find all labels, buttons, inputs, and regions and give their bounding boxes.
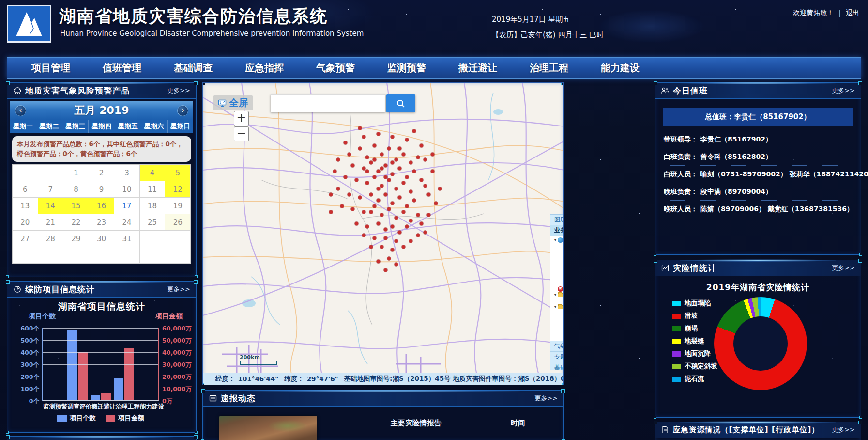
disaster-point-marker[interactable] xyxy=(398,147,401,150)
layer-tree-item-能力建设[interactable]: 能能力建设 xyxy=(550,335,564,341)
calendar-day-cell[interactable]: 2 xyxy=(89,165,115,181)
calendar-day-cell[interactable]: 13 xyxy=(13,198,38,214)
disaster-point-marker[interactable] xyxy=(358,147,362,150)
disaster-point-marker[interactable] xyxy=(373,158,376,161)
calendar-day-cell[interactable]: 21 xyxy=(38,214,64,231)
disaster-point-marker[interactable] xyxy=(420,178,423,182)
disaster-point-marker[interactable] xyxy=(420,144,423,147)
disaster-point-marker[interactable] xyxy=(427,193,430,196)
disaster-point-marker[interactable] xyxy=(369,210,373,214)
layer-tree-item-搬迁避让[interactable]: 搬搬迁避让 xyxy=(550,322,564,329)
disaster-point-marker[interactable] xyxy=(384,193,387,196)
calendar-day-cell[interactable]: 19 xyxy=(165,198,191,214)
disaster-point-marker[interactable] xyxy=(420,222,423,225)
zoom-in-button[interactable]: + xyxy=(234,111,249,126)
disaster-point-marker[interactable] xyxy=(398,167,401,170)
disaster-point-marker[interactable] xyxy=(409,219,412,222)
calendar-day-cell[interactable]: 24 xyxy=(114,214,140,231)
disaster-point-marker[interactable] xyxy=(380,153,383,156)
disaster-point-marker[interactable] xyxy=(402,153,405,156)
nav-item-1[interactable]: 项目管理 xyxy=(27,62,75,75)
map-search-input[interactable] xyxy=(271,94,385,112)
disaster-point-marker[interactable] xyxy=(391,173,394,176)
layer-section-气象产品[interactable]: 气象产品 xyxy=(550,341,564,352)
disaster-point-marker[interactable] xyxy=(412,170,416,173)
disaster-point-marker[interactable] xyxy=(384,175,387,179)
disaster-point-marker[interactable] xyxy=(431,153,434,156)
disaster-point-marker[interactable] xyxy=(391,248,394,251)
disaster-point-marker[interactable] xyxy=(333,170,336,173)
disaster-point-marker[interactable] xyxy=(409,161,412,164)
calendar-day-cell[interactable]: 22 xyxy=(63,214,89,231)
disaster-point-marker[interactable] xyxy=(362,210,365,214)
disaster-point-marker[interactable] xyxy=(438,187,442,190)
disaster-point-marker[interactable] xyxy=(351,207,354,211)
disaster-point-marker[interactable] xyxy=(384,228,387,231)
disaster-point-marker[interactable] xyxy=(329,210,333,214)
layer-tree-item-监测预警[interactable]: 监监测预警 xyxy=(550,329,564,335)
disaster-point-marker[interactable] xyxy=(412,199,416,202)
disaster-point-marker[interactable] xyxy=(380,245,383,249)
disaster-point-marker[interactable] xyxy=(351,164,354,167)
disaster-point-marker[interactable] xyxy=(395,239,398,243)
disaster-point-marker[interactable] xyxy=(416,156,420,159)
layer-tree-item-滑坡[interactable]: ∪✓滑坡 xyxy=(550,243,564,250)
disaster-point-marker[interactable] xyxy=(348,193,351,196)
disaster-point-marker[interactable] xyxy=(377,199,380,202)
layer-tree-item-不稳定斜坡[interactable]: ⊂✓不稳定斜坡 xyxy=(550,261,564,267)
project-stats-more-link[interactable]: 更多>> xyxy=(167,285,190,294)
calendar-day-cell[interactable]: 12 xyxy=(165,181,191,198)
disaster-point-marker[interactable] xyxy=(424,158,427,161)
disaster-point-marker[interactable] xyxy=(409,239,412,243)
disaster-point-marker[interactable] xyxy=(329,193,333,196)
duty-roster-more-link[interactable]: 更多>> xyxy=(832,86,855,95)
disaster-point-marker[interactable] xyxy=(344,175,347,179)
layer-section-基础地理[interactable]: 基础地理 xyxy=(550,362,564,370)
calendar-day-cell[interactable]: 11 xyxy=(140,181,166,198)
calendar-day-cell[interactable]: 9 xyxy=(89,181,115,198)
layer-tree-item-地灾调查点[interactable]: ▾✓地灾调查点 xyxy=(550,237,564,243)
calendar-day-cell[interactable]: 27 xyxy=(13,231,38,247)
calendar-day-cell[interactable]: 30 xyxy=(89,231,115,247)
disaster-point-marker[interactable] xyxy=(362,167,365,170)
disaster-point-marker[interactable] xyxy=(424,184,427,188)
disaster-point-marker[interactable] xyxy=(416,234,420,237)
disaster-point-marker[interactable] xyxy=(398,231,401,234)
disaster-point-marker[interactable] xyxy=(358,196,362,199)
disaster-point-marker[interactable] xyxy=(387,207,391,211)
calendar-day-cell[interactable]: 1 xyxy=(63,165,89,181)
calendar-day-cell[interactable]: 20 xyxy=(13,214,38,231)
logout-link[interactable]: 退出 xyxy=(846,9,859,17)
layer-tree-item-调查评价[interactable]: 调调查评价 xyxy=(550,310,564,316)
disaster-point-marker[interactable] xyxy=(402,210,405,214)
calendar-day-cell[interactable]: 4 xyxy=(140,165,166,181)
disaster-stats-more-link[interactable]: 更多>> xyxy=(832,264,855,272)
layer-tree-item-治理工程[interactable]: 工治理工程 xyxy=(550,316,564,323)
nav-item-6[interactable]: 监测预警 xyxy=(382,62,431,75)
layer-section-专题地图[interactable]: 专题地图 xyxy=(550,352,564,362)
disaster-point-marker[interactable] xyxy=(387,257,391,260)
calendar-next-button[interactable]: › xyxy=(177,105,188,116)
disaster-point-marker[interactable] xyxy=(398,196,401,199)
nav-item-9[interactable]: 能力建设 xyxy=(596,62,644,75)
disaster-point-marker[interactable] xyxy=(434,202,438,205)
disaster-point-marker[interactable] xyxy=(373,236,376,240)
disaster-point-marker[interactable] xyxy=(387,147,391,150)
disaster-point-marker[interactable] xyxy=(405,175,409,179)
disaster-point-marker[interactable] xyxy=(384,268,387,272)
calendar-day-cell[interactable]: 5 xyxy=(165,165,191,181)
disaster-point-marker[interactable] xyxy=(377,187,380,190)
calendar-day-cell[interactable]: 31 xyxy=(114,231,140,247)
disaster-point-marker[interactable] xyxy=(355,222,358,225)
layer-tree-item-地面沉降[interactable]: ↓✓地面沉降 xyxy=(550,280,564,286)
disaster-point-marker[interactable] xyxy=(402,181,405,185)
disaster-point-marker[interactable] xyxy=(377,222,380,225)
disaster-point-marker[interactable] xyxy=(391,202,394,205)
disaster-point-marker[interactable] xyxy=(387,178,391,182)
nav-item-7[interactable]: 搬迁避让 xyxy=(454,62,502,75)
disaster-photo-thumbnail[interactable] xyxy=(219,416,317,440)
nav-item-3[interactable]: 基础调查 xyxy=(169,62,217,75)
disaster-point-marker[interactable] xyxy=(362,234,365,237)
disaster-point-marker[interactable] xyxy=(369,161,373,164)
disaster-point-marker[interactable] xyxy=(395,187,398,190)
